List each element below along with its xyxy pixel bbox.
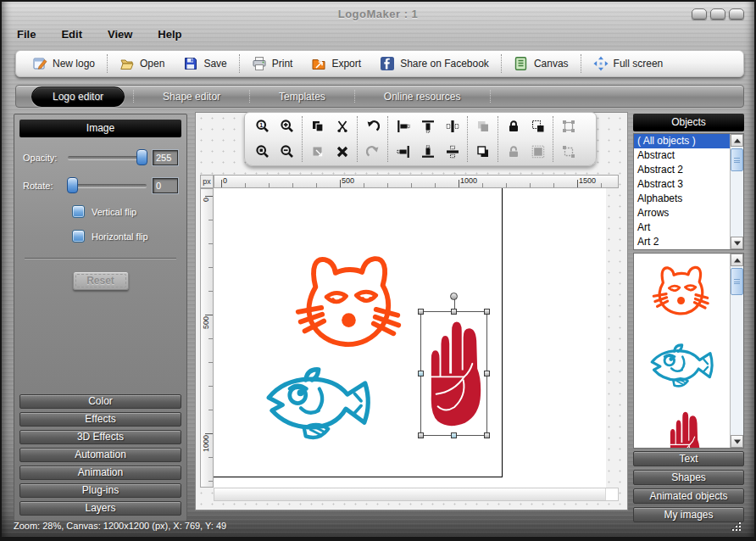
zoom-in-button[interactable]: [275, 115, 299, 138]
accordion-color[interactable]: Color: [19, 394, 181, 409]
vertical-flip-checkbox-row[interactable]: Vertical flip: [72, 205, 181, 218]
resize-grip-icon[interactable]: [731, 520, 742, 532]
hand-thumbnail[interactable]: [668, 409, 700, 449]
tab-templates[interactable]: Templates: [258, 87, 346, 106]
category-item-arrows[interactable]: Arrows: [634, 206, 730, 220]
copy-button[interactable]: [305, 115, 330, 138]
category-item-alphabets[interactable]: Alphabets: [634, 192, 730, 206]
align-right-button[interactable]: [391, 141, 415, 164]
cat-object[interactable]: [290, 249, 406, 361]
align-bottom-button[interactable]: [415, 141, 440, 164]
edit-toolbar-separator: [357, 116, 358, 162]
scroll-thumb[interactable]: [731, 268, 743, 295]
scroll-up-button[interactable]: [731, 134, 743, 147]
accordion-plug-ins[interactable]: Plug-ins: [19, 483, 181, 498]
horizontal-flip-checkbox[interactable]: [72, 230, 85, 243]
new-logo-button[interactable]: New logo: [23, 51, 104, 76]
objects-panel-header: Objects: [633, 114, 744, 131]
rotation-handle[interactable]: [450, 293, 458, 300]
tab-online-resources[interactable]: Online resources: [364, 87, 481, 106]
categories-scrollbar[interactable]: [730, 134, 743, 249]
selection-frame[interactable]: [420, 311, 487, 436]
horizontal-flip-checkbox-row[interactable]: Horizontal flip: [72, 230, 181, 243]
opacity-slider[interactable]: [68, 156, 147, 159]
align-left-button[interactable]: [391, 115, 415, 138]
export-button[interactable]: Export: [302, 51, 370, 76]
edit-toolbar-column: [275, 115, 299, 164]
redo-button: [360, 141, 385, 164]
menu-view[interactable]: View: [108, 28, 132, 41]
fullscreen-button[interactable]: Full screen: [584, 51, 673, 76]
align-top-button[interactable]: [415, 115, 440, 138]
resize-handle-n[interactable]: [451, 309, 457, 315]
save-button[interactable]: Save: [174, 51, 236, 76]
edit-toolbar-column: [525, 115, 550, 164]
reset-button[interactable]: Reset: [73, 271, 129, 290]
minimize-button[interactable]: [692, 8, 707, 20]
resize-handle-s[interactable]: [451, 432, 457, 438]
send-to-back-button[interactable]: [470, 141, 495, 164]
tab-shape-editor[interactable]: Shape editor: [142, 87, 241, 106]
category-item-art[interactable]: Art: [634, 220, 730, 235]
facebook-button[interactable]: Share on Facebook: [370, 51, 498, 76]
print-button[interactable]: Print: [242, 51, 303, 76]
resize-handle-ne[interactable]: [484, 309, 490, 315]
canvas-workspace: px 050010001500 05001000: [195, 112, 628, 510]
menu-file[interactable]: File: [17, 28, 36, 41]
resize-handle-e[interactable]: [484, 371, 490, 376]
zoom-fit-button[interactable]: [250, 141, 275, 164]
cut-button[interactable]: [330, 115, 354, 138]
scroll-thumb[interactable]: [731, 148, 743, 171]
category-item-abstract-2[interactable]: Abstract 2: [634, 163, 730, 177]
lock-button[interactable]: [501, 115, 525, 138]
rotate-value[interactable]: 0: [153, 178, 178, 193]
open-folder-button[interactable]: Open: [110, 51, 174, 76]
delete-button[interactable]: [330, 141, 354, 164]
resize-handle-sw[interactable]: [418, 432, 424, 438]
category-item-art-2[interactable]: Art 2: [634, 235, 730, 249]
drawing-canvas[interactable]: [214, 188, 606, 488]
horizontal-scrollbar[interactable]: [214, 488, 619, 501]
scroll-down-button[interactable]: [731, 435, 743, 448]
scroll-down-button[interactable]: [731, 237, 743, 249]
v-ruler-label: 1000: [202, 435, 210, 452]
cat-thumbnail[interactable]: [649, 262, 712, 323]
opacity-slider-knob[interactable]: [136, 149, 147, 165]
category-item-abstract-3[interactable]: Abstract 3: [634, 177, 730, 192]
order-forward-button[interactable]: [525, 115, 550, 138]
panel-button-animated-objects[interactable]: Animated objects: [633, 488, 744, 504]
accordion-3d-effects[interactable]: 3D Effects: [19, 430, 181, 444]
close-button[interactable]: [729, 8, 744, 20]
accordion-layers[interactable]: Layers: [19, 501, 181, 516]
accordion-animation[interactable]: Animation: [19, 466, 181, 480]
resize-handle-se[interactable]: [484, 432, 490, 438]
accordion-effects[interactable]: Effects: [19, 412, 181, 427]
menu-edit[interactable]: Edit: [61, 28, 82, 41]
fish-thumbnail[interactable]: [644, 338, 717, 393]
menu-help[interactable]: Help: [158, 28, 181, 41]
zoom-actual-button[interactable]: [250, 115, 275, 138]
tab-separator: [249, 90, 250, 103]
accordion-automation[interactable]: Automation: [19, 448, 181, 462]
maximize-button[interactable]: [710, 8, 725, 20]
align-center-vertical-button[interactable]: [440, 141, 464, 164]
zoom-out-button[interactable]: [275, 141, 299, 164]
resize-handle-w[interactable]: [418, 371, 424, 376]
resize-handle-nw[interactable]: [418, 309, 424, 315]
panel-button-text[interactable]: Text: [633, 451, 744, 466]
vertical-flip-checkbox[interactable]: [72, 205, 85, 218]
panel-button-shapes[interactable]: Shapes: [633, 470, 744, 485]
thumbnails-scrollbar[interactable]: [730, 254, 743, 448]
titlebar[interactable]: LogoMaker : 1: [2, 2, 754, 25]
undo-button[interactable]: [360, 115, 385, 138]
scroll-up-button[interactable]: [731, 254, 743, 266]
fish-object[interactable]: [256, 359, 376, 449]
align-center-horizontal-button[interactable]: [440, 115, 464, 138]
opacity-value[interactable]: 255: [153, 150, 178, 165]
category-item-abstract[interactable]: Abstract: [634, 148, 730, 163]
rotate-slider-knob[interactable]: [67, 177, 78, 193]
rotate-slider[interactable]: [68, 184, 147, 187]
category-item-all-objects[interactable]: ( All objects ): [634, 134, 730, 148]
tab-logo-editor[interactable]: Logo editor: [31, 86, 125, 107]
canvas-button[interactable]: Canvas: [504, 51, 578, 76]
